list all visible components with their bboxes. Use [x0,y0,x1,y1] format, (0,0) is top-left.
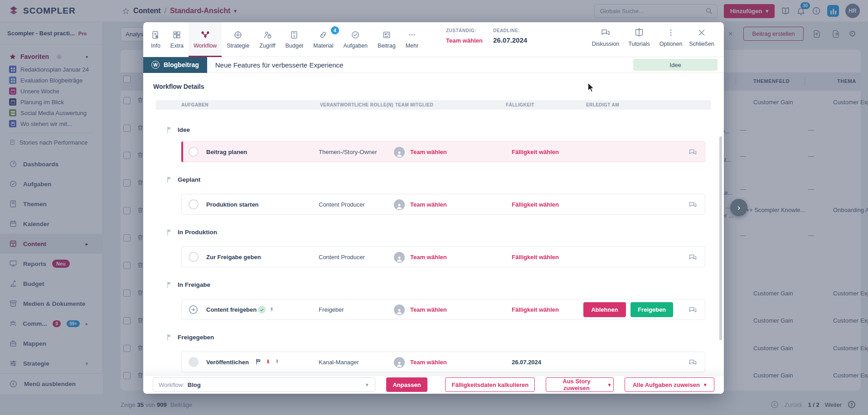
tab-aufgaben[interactable]: Aufgaben [339,22,373,57]
choose-due-link[interactable]: Fälligkeit wählen [512,299,559,320]
task-checkbox[interactable] [189,199,199,209]
wordpress-icon: W [151,61,160,69]
choose-team-link[interactable]: Team wählen [410,142,447,163]
avatar[interactable] [394,147,405,158]
approval-check-icon [258,306,266,314]
caret-down-icon: ▾ [704,382,707,388]
task-role: Kanal-Manager [319,352,359,373]
workflow-select-label: Workflow: [159,381,184,388]
calc-due-dates-button[interactable]: Fälligkeitsdaten kalkulieren [445,377,535,392]
task-row-zur-freigabe-geben[interactable]: Zur Freigabe geben Content Producer Team… [181,246,705,267]
col-faelligkeit: FÄLLIGKEIT [506,102,534,107]
options-button[interactable]: Optionen [655,28,687,47]
avatar[interactable] [394,199,405,210]
task-role: Content Producer [319,194,365,215]
tab-label: Budget [285,43,303,49]
task-role: Content Producer [319,247,365,268]
flag-icon [166,228,174,236]
choose-due-link[interactable]: Fälligkeit wählen [512,247,559,268]
discussion-button[interactable]: Diskussion [589,28,622,47]
flag-icon [166,333,174,341]
status-badge[interactable]: Idee [633,59,718,71]
pin-icon [274,358,280,365]
stage-idee: Idee Beitrag planen Themen-/Story-Owner … [153,125,714,162]
tab-workflow[interactable]: Workflow [189,22,222,57]
approve-button[interactable]: Freigeben [630,302,673,317]
caret-down-icon: ▾ [608,382,611,388]
content-title[interactable]: Neue Features für verbesserte Experience [215,61,344,69]
check-circle-icon [351,30,360,39]
modal-footer: Workflow: Blog ▼ Anpassen Fälligkeitsdat… [143,375,724,394]
tab-zugriff[interactable]: Zugriff [254,22,280,57]
tab-info[interactable]: Info [146,22,165,57]
choose-team-link[interactable]: Team wählen [410,194,447,215]
assignee-label: ZUSTÄNDIG: [446,28,483,33]
choose-due-link[interactable]: Fälligkeit wählen [512,194,559,215]
user-lock-icon [263,30,272,39]
assignee-choose-team-link[interactable]: Team wählen [446,37,483,44]
choose-team-link[interactable]: Team wählen [410,247,447,268]
deadline-value[interactable]: 26.07.2024 [493,36,527,44]
stage-name: Idee [178,126,190,133]
stage-in-produktion: In Produktion Zur Freigabe geben Content… [153,227,714,267]
assign-from-story-button[interactable]: Aus Story zuweisen ▾ [546,377,614,392]
task-checkbox[interactable] [189,357,199,367]
scrollbar-thumb[interactable] [719,136,722,340]
choose-team-link[interactable]: Team wählen [410,299,447,320]
task-checkbox[interactable] [189,147,199,157]
tutorials-book-icon [634,28,644,38]
task-row-content-freigeben[interactable]: Content freigeben Freigeber Team wählen … [181,299,705,320]
task-go-icon[interactable] [188,304,199,315]
task-comment-icon[interactable] [688,200,698,210]
close-button[interactable]: Schließen [685,28,718,47]
assign-all-tasks-button[interactable]: Alle Aufgaben zuweisen ▾ [625,377,714,392]
apply-button[interactable]: Anpassen [386,377,428,392]
task-row-produktion-starten[interactable]: Produktion starten Content Producer Team… [181,194,705,215]
info-doc-icon [151,30,160,39]
next-item-button[interactable]: › [730,199,747,216]
tutorials-button[interactable]: Tutorials [623,28,655,47]
news-icon [382,30,391,39]
task-label: Zur Freigabe geben [206,247,261,268]
tab-mehr[interactable]: Mehr [401,22,423,57]
tab-label: Strategie [227,43,249,49]
tab-strategie[interactable]: Strategie [222,22,254,57]
budget-icon: $ [290,30,299,39]
task-comment-icon[interactable] [688,358,698,367]
flag-icon [166,126,174,134]
task-row-veroeffentlichen[interactable]: Veröffentlichen Kanal-Manager Team wähle… [181,352,705,372]
tab-extra[interactable]: Extra [165,22,189,57]
choose-due-link[interactable]: Fälligkeit wählen [512,142,559,163]
flag-icon [166,176,174,183]
tab-label: Workflow [194,43,217,49]
task-checkbox[interactable] [189,252,199,262]
col-aufgaben: AUFGABEN [181,102,209,107]
tab-label: Zugriff [259,43,275,49]
task-row-beitrag-planen[interactable]: Beitrag planen Themen-/Story-Owner Team … [181,141,705,162]
tab-beitrag[interactable]: Beitrag [373,22,401,57]
action-label: Diskussion [592,41,619,47]
stage-name: In Produktion [178,229,217,236]
tab-label: Beitrag [378,43,396,49]
assign-from-story-label: Aus Story zuweisen [549,378,604,391]
kebab-menu-icon [666,28,676,38]
tab-material[interactable]: Material 4 [308,22,338,57]
task-comment-icon[interactable] [688,253,698,262]
avatar[interactable] [394,252,405,263]
workflow-table-header: AUFGABEN VERANTWORTLICHE ROLLE(N) TEAM M… [156,100,711,110]
avatar[interactable] [394,304,405,315]
close-icon [697,28,707,38]
workflow-select[interactable]: Workflow: Blog ▼ [153,377,375,392]
content-type-label: Blogbeitrag [164,61,199,68]
workflow-body: Workflow Details AUFGABEN VERANTWORTLICH… [143,73,724,375]
assign-all-tasks-label: Alle Aufgaben zuweisen [633,381,700,388]
action-label: Schließen [689,41,714,47]
avatar[interactable] [394,357,405,368]
task-comment-icon[interactable] [688,305,698,315]
task-label: Veröffentlichen [206,352,249,373]
workflow-icon [201,30,210,39]
task-comment-icon[interactable] [688,148,698,157]
reject-button[interactable]: Ablehnen [583,302,626,317]
choose-team-link[interactable]: Team wählen [410,352,447,373]
tab-budget[interactable]: $ Budget [280,22,308,57]
